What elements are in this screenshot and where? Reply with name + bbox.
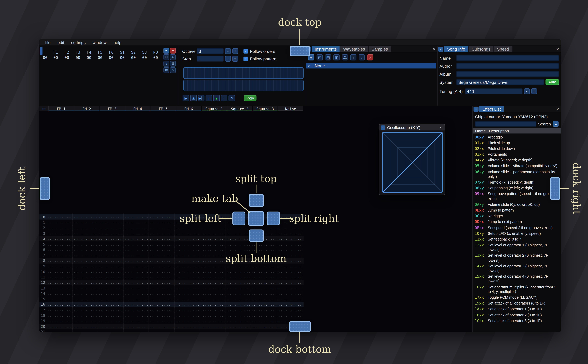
pattern-cell[interactable]: ··· ·· ·· ····: [124, 318, 149, 324]
pattern-cell[interactable]: ··· ·· ·· ····: [225, 323, 251, 330]
channel-header[interactable]: FM 5: [151, 106, 176, 111]
pattern-cell[interactable]: ··· ·· ·· ····: [73, 257, 98, 264]
channel-header[interactable]: FM 2: [74, 106, 99, 111]
playback-button[interactable]: ●: [213, 95, 220, 101]
pattern-cell[interactable]: ··· ·· ·· ····: [200, 301, 225, 308]
tuning-increase-button[interactable]: +: [531, 88, 537, 94]
pattern-cell[interactable]: ··· ·· ·· ····: [98, 241, 124, 248]
orders-toolbar-button[interactable]: ⇊: [170, 61, 176, 66]
pattern-cell[interactable]: ··· ·· ·· ····: [175, 224, 200, 231]
pattern-cell[interactable]: ··· ·· ·· ····: [200, 230, 225, 237]
instrument-toolbar-button[interactable]: ×: [367, 54, 373, 60]
playback-button[interactable]: ◉: [190, 95, 197, 101]
pattern-cell[interactable]: ··· ·· ·· ····: [225, 318, 251, 324]
effect-search-input[interactable]: [475, 121, 536, 126]
pattern-cell[interactable]: ··· ·· ·· ····: [225, 235, 251, 242]
channel-header[interactable]: FM 3: [99, 106, 125, 111]
pattern-cell[interactable]: ··· ·· ·· ····: [98, 263, 124, 270]
pattern-cell[interactable]: ··· ·· ·· ····: [73, 274, 98, 281]
pattern-cell[interactable]: ··· ·· ·· ····: [175, 257, 200, 264]
octave-decrease-button[interactable]: -: [225, 48, 231, 54]
pattern-cell[interactable]: ··· ·· ·· ····: [47, 306, 73, 313]
pattern-cell[interactable]: ··· ·· ·· ····: [251, 318, 277, 324]
pattern-cell[interactable]: ··· ·· ·· ····: [47, 214, 73, 221]
pattern-cell[interactable]: ··· ·· ·· ····: [175, 323, 200, 330]
pattern-cell[interactable]: ··· ·· ·· ····: [73, 290, 98, 297]
effect-list[interactable]: 00xy Arpeggio 01xx Pitch slide up 02xx P…: [473, 133, 561, 332]
pattern-cell[interactable]: ··· ·· ·· ····: [251, 295, 277, 302]
pattern-cell[interactable]: ··· ·· ·· ····: [200, 263, 225, 270]
collapse-arrow-icon[interactable]: ▼: [474, 107, 478, 112]
playback-button[interactable]: ↓: [205, 95, 212, 101]
pattern-cell[interactable]: ··· ·· ·· ····: [47, 268, 73, 275]
pattern-cell[interactable]: ··· ·· ·· ····: [73, 224, 98, 231]
playback-button[interactable]: ▶▏: [198, 95, 204, 101]
order-cell[interactable]: 00: [84, 55, 94, 60]
pattern-cell[interactable]: ··· ·· ·· ····: [98, 312, 124, 319]
author-input[interactable]: [456, 63, 559, 69]
effect-list-tab[interactable]: Effect List: [479, 106, 504, 112]
album-input[interactable]: [456, 71, 559, 77]
pattern-cell[interactable]: ··· ·· ·· ····: [225, 290, 251, 297]
order-cell[interactable]: 00: [72, 55, 83, 60]
pattern-row[interactable]: 13 ··· ·· ·· ······· ·· ·· ······· ·· ··…: [40, 285, 304, 291]
piano-lower-half[interactable]: [183, 79, 304, 91]
pattern-cell[interactable]: ··· ·· ·· ····: [124, 219, 149, 226]
pattern-cell[interactable]: ··· ·· ·· ····: [175, 252, 200, 259]
pattern-cell[interactable]: ··· ·· ·· ····: [149, 219, 174, 226]
pattern-row[interactable]: 5 ··· ·· ·· ······· ·· ·· ······· ·· ·· …: [40, 242, 304, 247]
instrument-toolbar-button[interactable]: ▣: [333, 54, 340, 60]
pattern-cell[interactable]: ··· ·· ·· ····: [200, 252, 225, 259]
pattern-cell[interactable]: ··· ·· ·· ····: [47, 230, 73, 237]
pattern-cell[interactable]: ··· ·· ·· ····: [124, 290, 149, 297]
channel-header[interactable]: Square 1: [202, 106, 227, 111]
pattern-cell[interactable]: ··· ·· ·· ····: [251, 241, 277, 248]
pattern-row[interactable]: 17 ··· ·· ·· ······· ·· ·· ······· ·· ··…: [40, 307, 304, 313]
pattern-cell[interactable]: ··· ·· ·· ····: [277, 312, 302, 319]
pattern-cell[interactable]: ··· ·· ·· ····: [124, 295, 149, 302]
orders-toolbar-button[interactable]: ↖: [170, 67, 176, 73]
pattern-cell[interactable]: ··· ·· ·· ····: [175, 235, 200, 242]
pattern-cell[interactable]: ··· ·· ·· ····: [124, 323, 149, 330]
pattern-cell[interactable]: ··· ·· ·· ····: [149, 285, 174, 292]
follow-pattern-checkbox[interactable]: ✓: [244, 56, 248, 61]
poly-button[interactable]: Poly: [244, 95, 257, 101]
channel-header[interactable]: FM 6: [176, 106, 201, 111]
pattern-cell[interactable]: ··· ·· ·· ····: [124, 306, 149, 313]
pattern-row[interactable]: 4 ··· ·· ·· ······· ·· ·· ······· ·· ·· …: [40, 236, 304, 241]
pattern-cell[interactable]: ··· ·· ·· ····: [200, 241, 225, 248]
pattern-cell[interactable]: ··· ·· ·· ····: [277, 306, 302, 313]
pattern-cell[interactable]: ··· ·· ·· ····: [47, 235, 73, 242]
pattern-cell[interactable]: ··· ·· ·· ····: [200, 312, 225, 319]
pattern-cell[interactable]: ··· ·· ·· ····: [149, 312, 174, 319]
pattern-cell[interactable]: ··· ·· ·· ····: [175, 230, 200, 237]
pattern-cell[interactable]: ··· ·· ·· ····: [225, 306, 251, 313]
split-left-indicator[interactable]: [232, 212, 245, 225]
pattern-cell[interactable]: ··· ·· ·· ····: [47, 241, 73, 248]
pattern-cell[interactable]: ··· ·· ·· ····: [277, 279, 302, 286]
pattern-row[interactable]: 16 ··· ·· ·· ······· ·· ·· ······· ·· ··…: [40, 302, 304, 307]
step-input[interactable]: [197, 56, 224, 62]
pattern-cell[interactable]: ··· ·· ·· ····: [124, 241, 149, 248]
pattern-cell[interactable]: ··· ·· ·· ····: [98, 290, 124, 297]
auto-button[interactable]: Auto: [546, 79, 559, 85]
system-input[interactable]: [456, 79, 544, 85]
pattern-cell[interactable]: ··· ·· ·· ····: [124, 257, 149, 264]
instrument-toolbar-button[interactable]: ⁂: [342, 54, 348, 60]
pattern-cell[interactable]: ··· ·· ·· ····: [73, 246, 98, 253]
step-decrease-button[interactable]: -: [225, 56, 231, 62]
order-cell[interactable]: 00: [50, 55, 61, 60]
pattern-cell[interactable]: ··· ·· ·· ····: [251, 274, 277, 281]
pattern-row[interactable]: 14 ··· ·· ·· ······· ·· ·· ······· ·· ··…: [40, 291, 304, 296]
orders-toolbar-button[interactable]: ∧: [170, 54, 176, 60]
song-info-tab[interactable]: Subsongs: [469, 46, 494, 52]
pattern-cell[interactable]: ··· ·· ·· ····: [225, 279, 251, 286]
pattern-cell[interactable]: ··· ·· ·· ····: [175, 295, 200, 302]
pattern-cell[interactable]: ··· ·· ·· ····: [73, 301, 98, 308]
playback-button[interactable]: ↻: [229, 95, 235, 101]
pattern-cell[interactable]: ··· ·· ·· ····: [98, 318, 124, 324]
close-icon[interactable]: ×: [555, 106, 561, 112]
pattern-cell[interactable]: ··· ·· ·· ····: [73, 279, 98, 286]
pattern-cell[interactable]: ··· ·· ·· ····: [149, 241, 174, 248]
pattern-cell[interactable]: ··· ·· ·· ····: [251, 312, 277, 319]
